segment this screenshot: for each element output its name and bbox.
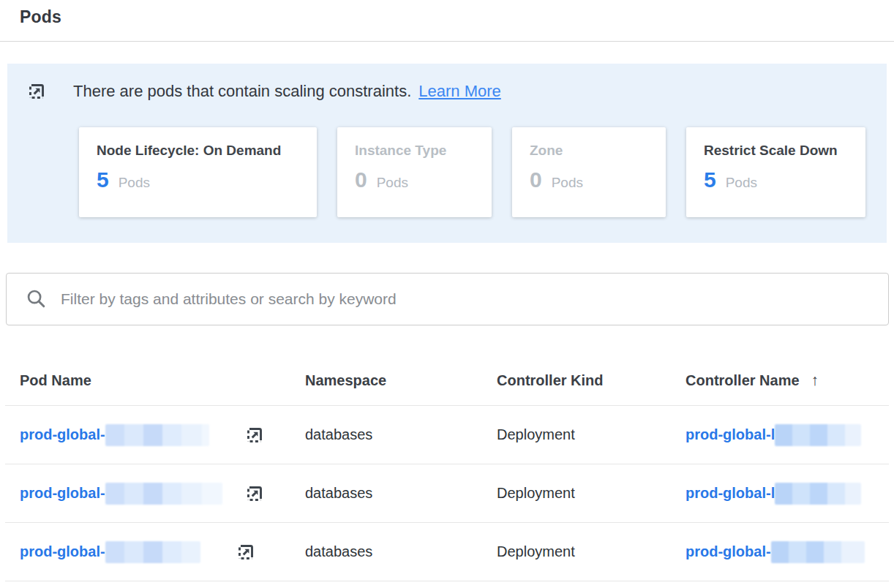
- column-header-controller-name[interactable]: Controller Name↑: [685, 372, 889, 389]
- column-header-label: Controller Name: [685, 372, 800, 388]
- column-header-controller-kind[interactable]: Controller Kind: [497, 372, 685, 389]
- card-count-value: 5: [97, 167, 109, 192]
- controller-kind-cell: Deployment: [497, 543, 685, 560]
- card-title: Restrict Scale Down: [704, 143, 848, 159]
- banner-message: There are pods that contain scaling cons…: [73, 82, 501, 101]
- card-count-unit: Pods: [377, 175, 408, 191]
- scale-out-icon[interactable]: [236, 542, 256, 562]
- redacted-pod-name: [105, 483, 222, 505]
- scaling-constraints-banner: There are pods that contain scaling cons…: [7, 64, 887, 243]
- constraint-cards: Node Lifecycle: On Demand 5 Pods Instanc…: [79, 127, 887, 217]
- card-count-unit: Pods: [552, 175, 583, 191]
- card-title: Node Lifecycle: On Demand: [97, 143, 299, 159]
- table-header-row: Pod Name Namespace Controller Kind Contr…: [5, 325, 889, 406]
- controller-kind-cell: Deployment: [497, 426, 685, 443]
- redacted-controller-name: [775, 483, 861, 505]
- card-count-unit: Pods: [119, 175, 150, 191]
- card-instance-type[interactable]: Instance Type 0 Pods: [337, 127, 492, 217]
- card-count: 0 Pods: [355, 167, 474, 192]
- banner-message-text: There are pods that contain scaling cons…: [73, 82, 411, 100]
- redacted-controller-name: [771, 541, 865, 563]
- filter-search-bar[interactable]: [6, 273, 889, 325]
- pod-name-link[interactable]: prod-global-: [20, 426, 105, 443]
- table-row: prod-global- databases Deployment prod-g…: [5, 464, 889, 523]
- controller-name-link[interactable]: prod-global-l: [685, 426, 775, 443]
- redacted-pod-name: [105, 541, 200, 563]
- scale-out-icon[interactable]: [244, 425, 265, 445]
- redacted-pod-name: [105, 424, 209, 446]
- pods-table: Pod Name Namespace Controller Kind Contr…: [5, 325, 889, 581]
- scale-out-icon[interactable]: [244, 483, 265, 504]
- pod-name-link[interactable]: prod-global-: [20, 485, 105, 502]
- card-restrict-scale-down[interactable]: Restrict Scale Down 5 Pods: [686, 127, 865, 217]
- search-input[interactable]: [61, 290, 874, 308]
- pod-name-link[interactable]: prod-global-: [20, 543, 105, 560]
- card-count: 5 Pods: [704, 167, 848, 192]
- pod-name-cell: prod-global-: [5, 483, 305, 505]
- page-title: Pods: [0, 0, 894, 27]
- card-zone[interactable]: Zone 0 Pods: [512, 127, 666, 217]
- card-count: 5 Pods: [97, 167, 299, 192]
- card-count-value: 5: [704, 167, 716, 192]
- card-count-value: 0: [355, 167, 367, 192]
- pods-page: Pods There are pods that contain scaling…: [0, 0, 894, 588]
- controller-name-cell: prod-global-l: [685, 483, 889, 505]
- card-title: Instance Type: [355, 143, 474, 159]
- sort-ascending-icon[interactable]: ↑: [811, 372, 819, 388]
- controller-name-link[interactable]: prod-global-l: [685, 485, 775, 502]
- controller-name-cell: prod-global-: [685, 541, 889, 563]
- namespace-cell: databases: [305, 426, 497, 443]
- card-title: Zone: [530, 143, 648, 159]
- pod-name-cell: prod-global-: [5, 424, 305, 446]
- controller-name-cell: prod-global-l: [685, 424, 889, 446]
- card-count: 0 Pods: [530, 167, 648, 192]
- controller-name-link[interactable]: prod-global-: [685, 543, 771, 560]
- title-divider: [0, 41, 894, 42]
- table-row: prod-global- databases Deployment prod-g…: [5, 406, 889, 464]
- namespace-cell: databases: [305, 543, 497, 560]
- search-icon: [26, 288, 48, 310]
- table-row: prod-global- databases Deployment prod-g…: [5, 523, 889, 581]
- learn-more-link[interactable]: Learn More: [418, 82, 501, 100]
- banner-header: There are pods that contain scaling cons…: [26, 81, 887, 102]
- pod-name-cell: prod-global-: [5, 541, 305, 563]
- scale-out-icon: [26, 81, 47, 102]
- controller-kind-cell: Deployment: [497, 485, 685, 502]
- column-header-pod-name[interactable]: Pod Name: [5, 372, 305, 389]
- card-count-unit: Pods: [726, 175, 757, 191]
- column-header-namespace[interactable]: Namespace: [305, 372, 497, 389]
- card-count-value: 0: [530, 167, 542, 192]
- redacted-controller-name: [775, 424, 861, 446]
- card-node-lifecycle[interactable]: Node Lifecycle: On Demand 5 Pods: [79, 127, 317, 217]
- namespace-cell: databases: [305, 485, 497, 502]
